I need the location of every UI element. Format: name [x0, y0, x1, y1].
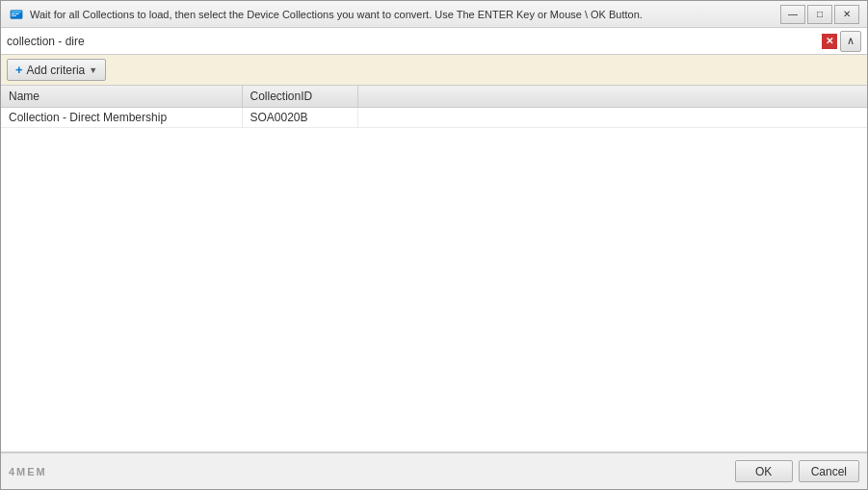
ok-button[interactable]: OK	[735, 460, 793, 482]
maximize-button[interactable]: □	[807, 5, 832, 24]
column-header-collectionid: CollectionID	[242, 86, 357, 108]
column-header-name: Name	[1, 86, 242, 108]
table-header-row: Name CollectionID	[1, 86, 867, 108]
table-body: Collection - Direct MembershipSOA0020B	[1, 108, 867, 128]
add-criteria-button[interactable]: + Add criteria ▼	[7, 59, 106, 81]
title-bar: Wait for all Collections to load, then s…	[1, 1, 867, 28]
column-header-extra	[357, 86, 867, 108]
add-criteria-label: Add criteria	[27, 64, 86, 77]
table-header: Name CollectionID	[1, 86, 867, 108]
svg-rect-1	[12, 11, 22, 13]
footer-bar: 4MEM OK Cancel	[1, 452, 867, 489]
cell-extra	[357, 108, 867, 128]
table-row[interactable]: Collection - Direct MembershipSOA0020B	[1, 108, 867, 128]
plus-icon: +	[15, 63, 23, 77]
svg-rect-2	[12, 13, 15, 14]
minimize-button[interactable]: —	[780, 5, 805, 24]
window-icon	[9, 7, 24, 22]
cell-name: Collection - Direct Membership	[1, 108, 242, 128]
table-container[interactable]: Name CollectionID Collection - Direct Me…	[1, 86, 867, 452]
search-bar: ✕ ∧	[1, 28, 867, 55]
cancel-button[interactable]: Cancel	[799, 460, 859, 482]
svg-rect-4	[12, 14, 16, 15]
close-button[interactable]: ✕	[834, 5, 859, 24]
window-title: Wait for all Collections to load, then s…	[30, 9, 780, 20]
main-window: Wait for all Collections to load, then s…	[0, 0, 868, 490]
search-clear-button[interactable]: ✕	[822, 34, 837, 49]
dropdown-arrow-icon: ▼	[89, 65, 97, 75]
cell-collectionid: SOA0020B	[242, 108, 357, 128]
footer-left: 4MEM	[9, 466, 729, 477]
search-input[interactable]	[7, 35, 822, 48]
collections-table: Name CollectionID Collection - Direct Me…	[1, 86, 867, 128]
criteria-bar: + Add criteria ▼	[1, 55, 867, 86]
watermark: 4MEM	[9, 466, 47, 477]
title-bar-controls: — □ ✕	[780, 5, 859, 24]
search-collapse-button[interactable]: ∧	[840, 31, 861, 52]
svg-rect-3	[15, 13, 19, 14]
